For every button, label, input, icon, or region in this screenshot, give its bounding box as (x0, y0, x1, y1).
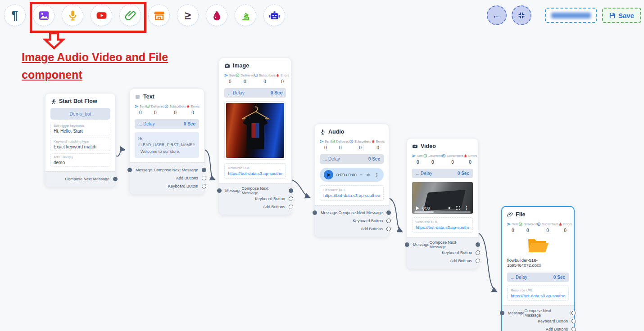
input-port-message[interactable] (500, 311, 504, 315)
toolbar-file-button[interactable] (119, 4, 141, 26)
stat-value: 0 (512, 228, 514, 233)
field-add-labels[interactable]: Add Label(s) demo (50, 153, 110, 167)
output-port-keyboard[interactable] (571, 319, 576, 323)
toolbar-video-button[interactable] (91, 4, 112, 26)
delay-setting[interactable]: ... Delay 0 Sec (320, 154, 384, 164)
delay-value: 0 Sec (368, 157, 380, 161)
delivered-icon (146, 104, 150, 108)
toolbar-drip-button[interactable] (206, 4, 227, 26)
node-start-bot-flow[interactable]: Start Bot Flow Demo_bot Bot trigger keyw… (45, 93, 116, 187)
video-seekbar[interactable] (414, 211, 471, 213)
save-button[interactable]: Save (602, 8, 641, 23)
output-port-add-buttons[interactable] (386, 227, 391, 231)
annotation-down-arrow-icon (42, 32, 66, 49)
delay-setting[interactable]: ... Delay 0 Sec (507, 273, 569, 282)
errors-icon (463, 154, 467, 158)
play-button[interactable] (324, 170, 333, 179)
stat-label: Subscribers (259, 74, 276, 77)
resource-url-link[interactable]: https://bot-data.s3.ap-southeast-1.wasab… (416, 225, 469, 230)
audio-seekbar[interactable] (360, 174, 363, 175)
toolbar-image-button[interactable] (33, 4, 54, 26)
image-preview[interactable] (224, 101, 286, 160)
port-row: Compose Next Message (45, 175, 115, 182)
volume-icon[interactable] (448, 206, 453, 210)
fit-view-button[interactable] (512, 5, 531, 25)
toolbar-audio-button[interactable] (62, 4, 83, 26)
resource-url-link[interactable]: https://bot-data.s3.ap-southeast-1.wasab… (228, 171, 282, 176)
bot-name-button[interactable]: Demo_bot (50, 108, 110, 120)
output-port-keyboard[interactable] (476, 250, 480, 255)
port-row: Message Compose Next Message (502, 309, 574, 316)
stack-icon (240, 10, 251, 21)
stat-label: Sent (512, 223, 518, 226)
output-port-add-buttons[interactable] (571, 327, 576, 331)
audio-player[interactable]: 0:00 / 0:00 ⋮ (320, 168, 384, 182)
output-port-keyboard[interactable] (386, 219, 391, 223)
node-audio[interactable]: Audio Sent0 Delivered0 Subscribers0 Erro… (314, 124, 389, 237)
wire-audio-to-video (390, 198, 402, 232)
toolbar-stack-button[interactable] (235, 4, 256, 26)
output-port-compose[interactable] (386, 210, 391, 215)
output-port-compose[interactable] (202, 168, 206, 172)
port-message-label: Message (508, 311, 525, 315)
toolbar-bot-button[interactable] (263, 4, 285, 26)
volume-button[interactable] (366, 172, 371, 178)
stat-value: 0 (174, 110, 177, 115)
resource-url-link[interactable]: https://bot-data.s3.ap-southeast-1.wasab… (323, 193, 380, 198)
port-row: Add Buttons (407, 257, 478, 264)
input-port-message[interactable] (127, 168, 132, 172)
video-menu-button[interactable]: ⋮ (464, 206, 469, 210)
output-port-keyboard[interactable] (289, 197, 293, 201)
output-port-compose[interactable] (289, 188, 293, 193)
output-port-keyboard[interactable] (202, 184, 206, 188)
field-matching-type[interactable]: Keyword matching type Exact keyword matc… (50, 138, 110, 151)
input-port-message[interactable] (217, 188, 222, 193)
field-trigger-keywords[interactable]: Bot trigger keywords Hi, Hello, Start (50, 122, 110, 135)
stat-value: 0 (376, 145, 379, 150)
port-compose-label: Compose Next Message (525, 309, 568, 318)
field-label: Keyword matching type (54, 139, 107, 143)
node-video[interactable]: Video Sent0 Delivered0 Subscribers0 Erro… (407, 138, 478, 269)
output-port-compose[interactable] (113, 177, 118, 181)
stat-label: Delivered (336, 140, 349, 143)
resource-url-link[interactable]: https://bot-data.s3.ap-southeast-1.wasab… (511, 293, 565, 298)
stats-row: Sent0 Delivered0 Subscribers0 Errors0 (224, 73, 286, 84)
toolbar-text-button[interactable]: ¶ (4, 4, 26, 26)
save-button-label: Save (618, 12, 634, 19)
toolbar-sequence-button[interactable]: ≥ (177, 4, 199, 26)
redacted-action-button[interactable] (545, 8, 597, 23)
output-port-add-buttons[interactable] (476, 259, 480, 263)
node-text[interactable]: Text Sent0 Delivered0 Subscribers0 Error… (129, 89, 204, 194)
delay-setting[interactable]: ... Delay 0 Sec (412, 169, 473, 178)
node-file[interactable]: File Sent0 Delivered0 Subscribers0 Error… (501, 206, 575, 331)
output-port-add-buttons[interactable] (289, 205, 293, 209)
play-icon[interactable] (416, 206, 419, 210)
delay-setting[interactable]: ... Delay 0 Sec (224, 88, 286, 98)
delay-setting[interactable]: ... Delay 0 Sec (135, 119, 199, 129)
toolbar-store-button[interactable] (148, 4, 170, 26)
camera-icon (224, 63, 230, 69)
file-preview[interactable]: flowbuilder-518-1695464072.docx (507, 237, 569, 268)
stat-label: Errors (281, 74, 289, 77)
port-row: Keyboard Button (130, 183, 204, 189)
delay-label: ... Delay (416, 171, 432, 176)
greater-equal-icon: ≥ (185, 10, 191, 21)
output-port-add-buttons[interactable] (202, 176, 206, 180)
text-block-icon (135, 94, 141, 100)
field-label: Bot trigger keywords (54, 124, 107, 128)
port-row: Keyboard Button (407, 249, 478, 256)
video-player[interactable]: 0:00 ⋮ (412, 182, 473, 214)
audio-menu-button[interactable]: ⋮ (374, 172, 380, 178)
input-port-message[interactable] (405, 242, 409, 247)
output-port-compose[interactable] (476, 242, 480, 247)
paragraph-icon: ¶ (11, 9, 18, 22)
node-image[interactable]: Image Sent0 Delivered0 Subscribers0 Erro… (219, 58, 291, 215)
back-button[interactable]: ← (487, 5, 507, 25)
fullscreen-icon[interactable] (456, 206, 461, 210)
running-person-icon (50, 98, 56, 104)
port-compose-label: Compose Next Message (154, 168, 198, 172)
input-port-message[interactable] (313, 210, 317, 215)
message-preview[interactable]: Hi #LEAD_USER_FIRST_NAME# , Welcome to o… (135, 132, 199, 158)
stat-value: 0 (359, 145, 362, 150)
output-port-compose[interactable] (571, 311, 576, 315)
